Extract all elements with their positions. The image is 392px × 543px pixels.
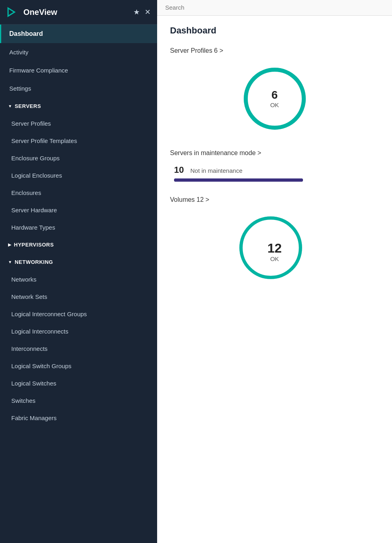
maintenance-description: Not in maintenance xyxy=(190,167,242,174)
sidebar-item-dashboard[interactable]: Dashboard xyxy=(0,25,157,43)
maintenance-label-row: 10 Not in maintenance xyxy=(174,165,375,175)
sidebar-item-server-hardware[interactable]: Server Hardware xyxy=(0,201,157,219)
server-profiles-count: 6 xyxy=(270,89,279,102)
content-area: Dashboard Server Profiles 6 > 6 OK xyxy=(157,16,392,543)
volumes-donut: 12 OK xyxy=(234,211,315,292)
main-content: Dashboard Server Profiles 6 > 6 OK xyxy=(157,0,392,543)
networking-arrow-icon: ▼ xyxy=(8,260,12,264)
server-profiles-donut-container: 6 OK xyxy=(170,62,379,135)
page-title: Dashboard xyxy=(170,25,379,36)
maintenance-count: 10 xyxy=(174,165,184,175)
sidebar-item-logical-interconnect-groups[interactable]: Logical Interconnect Groups xyxy=(0,305,157,323)
sidebar-nav: Dashboard Activity Firmware Compliance S… xyxy=(0,25,157,543)
section-header-hypervisors[interactable]: ▶ HYPERVISORS xyxy=(0,236,157,253)
hypervisors-arrow-icon: ▶ xyxy=(8,242,12,247)
maintenance-widget: Servers in maintenance mode > 10 Not in … xyxy=(170,149,379,182)
sidebar-item-network-sets[interactable]: Network Sets xyxy=(0,288,157,305)
volumes-count: 12 xyxy=(268,241,282,255)
server-profiles-donut-text: 6 OK xyxy=(270,89,279,108)
pin-icon[interactable]: ★ xyxy=(133,8,140,17)
sidebar-item-logical-switches[interactable]: Logical Switches xyxy=(0,375,157,392)
sidebar: OneView ★ ✕ Dashboard Activity Firmware … xyxy=(0,0,157,543)
sidebar-item-enclosures[interactable]: Enclosures xyxy=(0,184,157,201)
sidebar-item-switches[interactable]: Switches xyxy=(0,392,157,409)
sidebar-item-logical-interconnects[interactable]: Logical Interconnects xyxy=(0,323,157,340)
volumes-donut-container: 12 OK xyxy=(170,211,379,292)
header-icons: ★ ✕ xyxy=(133,8,151,17)
maintenance-bar-fill xyxy=(174,178,303,182)
volumes-widget-title[interactable]: Volumes 12 > xyxy=(170,196,379,203)
server-profiles-widget-title[interactable]: Server Profiles 6 > xyxy=(170,47,379,54)
maintenance-bar-widget: 10 Not in maintenance xyxy=(170,165,379,182)
sidebar-item-interconnects[interactable]: Interconnects xyxy=(0,340,157,357)
sidebar-header: OneView ★ ✕ xyxy=(0,0,157,25)
server-profiles-status: OK xyxy=(270,102,279,108)
volumes-donut-text: 12 OK xyxy=(268,241,282,262)
sidebar-item-server-profiles[interactable]: Server Profiles xyxy=(0,115,157,132)
maintenance-bar-track xyxy=(174,178,303,182)
sidebar-item-settings[interactable]: Settings xyxy=(0,79,157,97)
sidebar-item-hardware-types[interactable]: Hardware Types xyxy=(0,219,157,236)
section-header-networking[interactable]: ▼ NETWORKING xyxy=(0,253,157,271)
svg-marker-0 xyxy=(8,8,15,16)
sidebar-item-server-profile-templates[interactable]: Server Profile Templates xyxy=(0,132,157,149)
sidebar-item-enclosure-groups[interactable]: Enclosure Groups xyxy=(0,149,157,167)
server-profiles-donut: 6 OK xyxy=(239,62,311,135)
search-input[interactable] xyxy=(165,4,384,11)
sidebar-item-logical-enclosures[interactable]: Logical Enclosures xyxy=(0,167,157,184)
maintenance-widget-title[interactable]: Servers in maintenance mode > xyxy=(170,149,379,157)
sidebar-item-fabric-managers[interactable]: Fabric Managers xyxy=(0,409,157,427)
server-profiles-widget: Server Profiles 6 > 6 OK xyxy=(170,47,379,135)
oneview-logo-icon xyxy=(6,6,19,19)
servers-arrow-icon: ▼ xyxy=(8,104,12,108)
sidebar-item-networks[interactable]: Networks xyxy=(0,271,157,288)
app-title: OneView xyxy=(23,8,133,17)
search-bar xyxy=(157,0,392,16)
sidebar-item-firmware-compliance[interactable]: Firmware Compliance xyxy=(0,61,157,79)
sidebar-item-logical-switch-groups[interactable]: Logical Switch Groups xyxy=(0,357,157,375)
volumes-status: OK xyxy=(268,255,282,262)
volumes-widget: Volumes 12 > 12 OK xyxy=(170,196,379,292)
sidebar-item-activity[interactable]: Activity xyxy=(0,43,157,61)
section-header-servers[interactable]: ▼ SERVERS xyxy=(0,97,157,115)
close-icon[interactable]: ✕ xyxy=(145,8,151,17)
